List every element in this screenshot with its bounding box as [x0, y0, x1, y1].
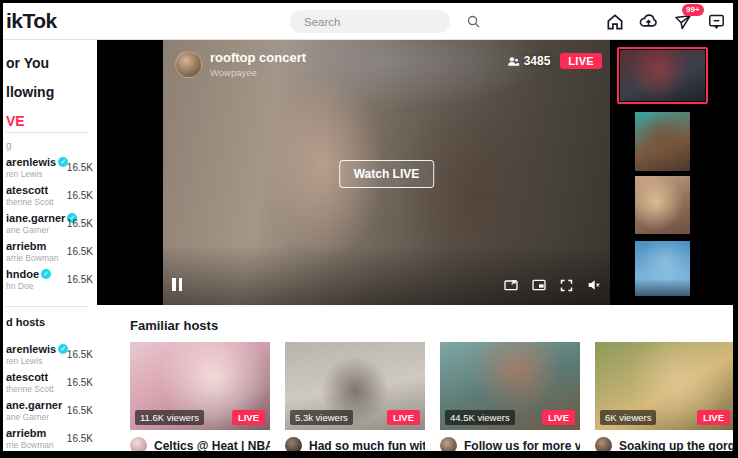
thumbnail-image [620, 50, 705, 101]
host-username: Wowpayee [210, 67, 306, 78]
user-row[interactable]: arenlewis ✓ ren Lewis 16.5K [6, 153, 95, 181]
following-accounts-header: g [6, 140, 12, 151]
avatar[interactable] [285, 437, 302, 451]
username: ane.garner [6, 399, 62, 411]
live-player-panel: rooftop concert Wowpayee 3485 LIVE Watch… [97, 40, 733, 305]
user-row[interactable]: atescott therine Scott 16.5K [6, 368, 95, 396]
user-row[interactable]: atescott therine Scott 16.5K [6, 181, 95, 209]
stream-status: 3485 LIVE [507, 53, 602, 69]
notification-badge: 99+ [682, 4, 704, 16]
username: iane.garner [6, 212, 65, 224]
tiktok-logo[interactable]: ikTok [6, 9, 57, 33]
live-card[interactable]: 6K viewers LIVE Soaking up the gorgeous [595, 342, 733, 451]
card-thumbnail[interactable]: 6K viewers LIVE [595, 342, 733, 430]
user-row[interactable]: arriebm arrie Bowman 16.5K [6, 237, 95, 265]
familiar-hosts-section: Familiar hosts 11.6K viewers LIVE Celtic… [97, 305, 733, 451]
user-row[interactable]: ane.garner ane Garner 16.5K [6, 396, 95, 424]
nav-live[interactable]: VE [6, 106, 54, 135]
user-fullname: ane Garner [6, 412, 67, 422]
live-badge: LIVE [542, 410, 575, 425]
live-badge: LIVE [387, 410, 420, 425]
rail-thumbnail[interactable] [635, 112, 690, 171]
nav-for-you[interactable]: or You [6, 48, 54, 77]
follower-count: 16.5K [67, 218, 95, 229]
live-badge: LIVE [697, 410, 730, 425]
sidebar-divider [6, 132, 88, 133]
user-fullname: rrie Bowman [6, 440, 67, 450]
stream-title: rooftop concert [210, 50, 306, 65]
card-caption: Follow us for more van life [464, 439, 580, 452]
miniplayer-icon[interactable] [503, 277, 519, 293]
card-caption: Soaking up the gorgeous [619, 439, 733, 452]
username: arriebm [6, 427, 46, 439]
familiar-cards-row: 11.6K viewers LIVE Celtics @ Heat | NBA … [130, 342, 733, 451]
user-row[interactable]: hndoe ✓ hn Doe 16.5K [6, 265, 95, 293]
user-row[interactable]: arenlewis ✓ ren Lewis 16.5K [6, 340, 95, 368]
live-badge: LIVE [560, 53, 602, 69]
card-thumbnail[interactable]: 5.3k viewers LIVE [285, 342, 425, 430]
card-caption: Celtics @ Heat | NBA on [154, 439, 270, 452]
pause-icon [172, 278, 182, 291]
search-input[interactable] [290, 16, 466, 28]
host-info: rooftop concert Wowpayee [175, 50, 306, 78]
follower-count: 16.5K [67, 162, 95, 173]
upload-icon[interactable] [638, 11, 659, 32]
avatar[interactable] [440, 437, 457, 451]
username: hndoe [6, 268, 39, 280]
sidebar: or You llowing VE g arenlewis ✓ ren Lewi… [3, 40, 97, 451]
user-row[interactable]: arriebm rrie Bowman 16.5K [6, 424, 95, 451]
section-heading: Familiar hosts [130, 318, 218, 333]
username: arenlewis [6, 343, 56, 355]
card-caption-row: Soaking up the gorgeous [595, 437, 733, 451]
fullscreen-icon[interactable] [559, 278, 574, 293]
username: atescott [6, 371, 48, 383]
live-video[interactable]: rooftop concert Wowpayee 3485 LIVE Watch… [163, 40, 610, 305]
viewers-tag: 44.5K viewers [445, 410, 515, 425]
follower-count: 16.5K [67, 349, 95, 360]
avatar[interactable] [595, 437, 612, 451]
messages-icon[interactable]: 99+ [672, 11, 693, 32]
sidebar-divider [6, 306, 88, 307]
watch-live-button[interactable]: Watch LIVE [339, 160, 435, 188]
pause-button[interactable] [172, 278, 182, 291]
player-controls [503, 277, 602, 293]
follower-count: 16.5K [67, 377, 95, 388]
live-card[interactable]: 44.5K viewers LIVE Follow us for more va… [440, 342, 580, 451]
user-fullname: ren Lewis [6, 169, 67, 179]
following-list: arenlewis ✓ ren Lewis 16.5K atescott the… [6, 153, 95, 293]
user-fullname: ane Garner [6, 225, 67, 235]
user-fullname: ren Lewis [6, 356, 67, 366]
rail-thumbnail-selected[interactable] [617, 47, 708, 104]
user-row[interactable]: iane.garner ✓ ane Garner 16.5K [6, 209, 95, 237]
follower-count: 16.5K [67, 274, 95, 285]
viewers-tag: 11.6K viewers [135, 410, 204, 425]
avatar[interactable] [130, 437, 147, 451]
hosts-list: arenlewis ✓ ren Lewis 16.5K atescott the… [6, 340, 95, 451]
user-fullname: hn Doe [6, 281, 67, 291]
inbox-icon[interactable] [706, 11, 727, 32]
live-badge: LIVE [232, 410, 265, 425]
card-caption-row: Follow us for more van life [440, 437, 580, 451]
card-thumbnail[interactable]: 11.6K viewers LIVE [130, 342, 270, 430]
pip-icon[interactable] [531, 277, 547, 293]
viewers-tag: 6K viewers [600, 410, 656, 425]
search-bar[interactable] [290, 10, 450, 33]
card-caption-row: Celtics @ Heat | NBA on [130, 437, 270, 451]
follower-count: 16.5K [67, 433, 95, 444]
username: atescott [6, 184, 48, 196]
user-fullname: therine Scott [6, 384, 67, 394]
rail-thumbnail[interactable] [635, 241, 690, 296]
search-icon[interactable] [466, 14, 481, 29]
host-avatar[interactable] [175, 51, 202, 78]
home-icon[interactable] [604, 11, 625, 32]
live-card[interactable]: 5.3k viewers LIVE Had so much fun with t… [285, 342, 425, 451]
viewers-icon [507, 55, 520, 68]
app-window: ikTok [3, 3, 733, 451]
volume-muted-icon[interactable] [586, 277, 602, 293]
suggested-hosts-header: d hosts [6, 316, 45, 328]
card-thumbnail[interactable]: 44.5K viewers LIVE [440, 342, 580, 430]
viewer-count: 3485 [507, 54, 551, 68]
rail-thumbnail[interactable] [635, 176, 690, 234]
nav-following[interactable]: llowing [6, 77, 54, 106]
live-card[interactable]: 11.6K viewers LIVE Celtics @ Heat | NBA … [130, 342, 270, 451]
